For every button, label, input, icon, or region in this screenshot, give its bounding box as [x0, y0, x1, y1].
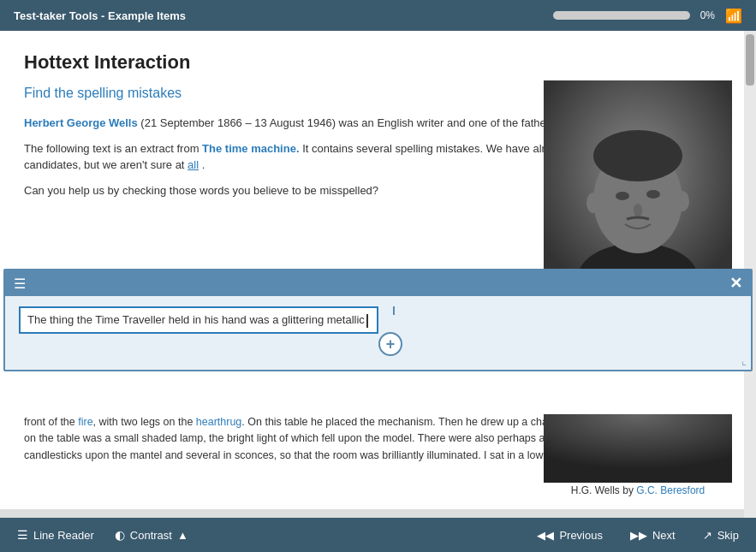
skip-icon: ↗ — [703, 529, 712, 542]
hottext-panel-body: The thing the Time Traveller held in his… — [5, 296, 751, 370]
svg-rect-11 — [544, 414, 732, 483]
svg-point-6 — [646, 190, 660, 199]
contrast-icon: ◐ — [115, 528, 125, 542]
next-icon: ▶▶ — [630, 529, 647, 542]
hottext-textbox[interactable]: The thing the Time Traveller held in his… — [19, 306, 378, 334]
hamburger-icon[interactable]: ☰ — [14, 276, 26, 292]
hottext-text: The thing the Time Traveller held in his… — [27, 313, 365, 326]
hgwells-name: Herbert George Wells — [24, 116, 138, 129]
top-bar: Test-taker Tools - Example Items 0% 📶 — [0, 0, 756, 31]
next-button[interactable]: ▶▶ Next — [623, 525, 682, 545]
progress-label: 0% — [700, 9, 715, 21]
line-reader-label: Line Reader — [33, 529, 94, 542]
passage-hearthrug[interactable]: hearthrug — [196, 416, 242, 428]
prev-icon: ◀◀ — [537, 529, 554, 542]
hottext-input-row: The thing the Time Traveller held in his… — [19, 306, 737, 356]
intro2-start: The following text is an extract from — [24, 142, 202, 155]
hottext-panel-header: ☰ ✕ — [5, 270, 751, 296]
svg-point-5 — [616, 192, 629, 200]
contrast-button[interactable]: ◐ Contrast ▲ — [108, 525, 195, 545]
skip-label: Skip — [717, 529, 739, 542]
svg-point-8 — [586, 193, 600, 213]
line-reader-icon: ☰ — [17, 528, 28, 542]
line-reader-button[interactable]: ☰ Line Reader — [10, 525, 101, 545]
intro2-bold-blue: The time machine. — [202, 142, 299, 155]
bottom-left: ☰ Line Reader ◐ Contrast ▲ — [10, 525, 195, 545]
add-hottext-button[interactable]: + — [378, 332, 402, 356]
resize-handle[interactable]: ⌞ — [741, 354, 747, 367]
passage-text1: front of the — [24, 416, 78, 428]
hottext-panel: ☰ ✕ The thing the Time Traveller held in… — [3, 269, 753, 371]
contrast-label: Contrast — [130, 529, 172, 542]
app-title: Test-taker Tools - Example Items — [14, 9, 186, 22]
page-title: Hottext Interaction — [24, 51, 720, 74]
previous-button[interactable]: ◀◀ Previous — [530, 525, 610, 545]
scroll-thumb[interactable] — [746, 34, 754, 86]
bottom-toolbar: ☰ Line Reader ◐ Contrast ▲ ◀◀ Previous ▶… — [0, 518, 756, 552]
text-cursor — [366, 314, 368, 328]
bottom-right: ◀◀ Previous ▶▶ Next ↗ Skip — [530, 525, 746, 545]
intro2-all[interactable]: all — [188, 158, 199, 171]
svg-point-7 — [634, 204, 642, 217]
connector-line-top — [393, 306, 395, 315]
progress-bar-container — [553, 11, 690, 20]
close-icon[interactable]: ✕ — [729, 274, 742, 293]
intro2-end: . — [202, 158, 205, 171]
skip-button[interactable]: ↗ Skip — [696, 525, 746, 545]
top-bar-right: 0% 📶 — [553, 8, 742, 24]
svg-point-9 — [676, 191, 689, 211]
main-content: Hottext Interaction Find the spelling mi… — [0, 31, 756, 518]
portrait-lower — [544, 414, 732, 483]
caption-by: by — [622, 484, 636, 496]
wifi-icon: 📶 — [725, 8, 742, 24]
caption-beresford: G.C. Beresford — [636, 484, 705, 496]
passage-fire[interactable]: fire — [78, 416, 92, 428]
svg-point-4 — [593, 130, 682, 181]
portrait-caption-lower: H.G. Wells by G.C. Beresford — [544, 484, 732, 496]
previous-label: Previous — [559, 529, 603, 542]
next-label: Next — [652, 529, 676, 542]
horiz-scroll[interactable] — [0, 509, 744, 518]
contrast-chevron: ▲ — [177, 529, 188, 542]
passage-text2: , with two legs on the — [93, 416, 196, 428]
caption-hgwells: H.G. Wells — [571, 484, 620, 496]
